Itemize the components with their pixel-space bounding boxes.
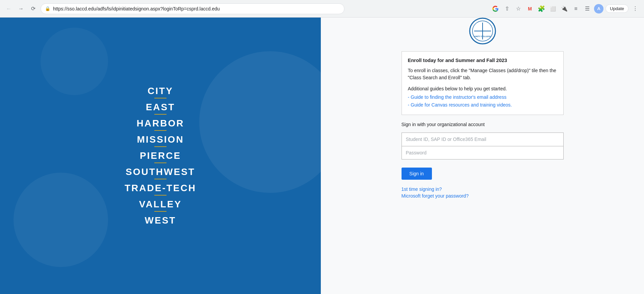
college-divider — [154, 179, 166, 179]
reload-button[interactable]: ⟳ — [28, 4, 38, 13]
forgot-password-link[interactable]: Microsoft forget your password? — [402, 193, 564, 199]
forward-button[interactable]: → — [16, 4, 26, 13]
extension-icon[interactable]: 🧩 — [537, 4, 546, 13]
page-content: CITY EAST HARBOR MISSION PIERCE SOUTHWES… — [0, 18, 644, 294]
sign-in-button[interactable]: Sign in — [402, 168, 432, 180]
bookmark-icon[interactable]: ☆ — [514, 4, 523, 13]
address-bar[interactable]: 🔒 https://sso.laccd.edu/adfs/ls/idpiniti… — [41, 3, 344, 14]
menu-icon[interactable]: ≡ — [571, 4, 581, 13]
username-input[interactable] — [402, 133, 564, 146]
login-form: Sign in — [402, 133, 564, 180]
college-east: EAST — [146, 102, 175, 115]
canvas-guide-link[interactable]: - Guide for Canvas resources and trainin… — [408, 101, 557, 109]
college-city: CITY — [148, 86, 173, 98]
college-divider — [154, 211, 166, 212]
sign-in-label: Sign in with your organizational account — [402, 122, 564, 127]
college-valley: VALLEY — [139, 199, 182, 212]
update-button[interactable]: Update — [606, 4, 628, 13]
college-divider — [154, 163, 166, 163]
bg-circle-3 — [41, 28, 108, 95]
logo-area: UNITY COLLEGE — [467, 18, 498, 45]
lock-icon: 🔒 — [45, 6, 50, 11]
back-button[interactable]: ← — [4, 4, 14, 13]
left-panel: CITY EAST HARBOR MISSION PIERCE SOUTHWES… — [0, 18, 321, 294]
more-menu-icon[interactable]: ⋮ — [630, 4, 640, 13]
college-logo: UNITY COLLEGE — [467, 18, 498, 45]
password-input[interactable] — [402, 146, 564, 159]
svg-text:UNITY COLLEGE: UNITY COLLEGE — [474, 35, 491, 37]
browser-actions: ⇧ ☆ M 🧩 ⬜ 🔌 ≡ ☰ A Update ⋮ — [491, 4, 640, 13]
url-text: https://sso.laccd.edu/adfs/ls/idpinitiat… — [53, 6, 340, 11]
extension2-icon[interactable]: ⬜ — [548, 4, 558, 13]
instructor-email-guide-link[interactable]: - Guide to finding the instructor's emai… — [408, 94, 557, 101]
college-southwest: SOUTHWEST — [126, 167, 195, 179]
college-harbor: HARBOR — [137, 118, 184, 131]
college-west: WEST — [145, 215, 176, 226]
info-box-title: Enroll today for and Summer and Fall 202… — [408, 57, 557, 64]
college-divider — [154, 146, 166, 147]
college-divider — [154, 130, 166, 131]
college-pierce: PIERCE — [140, 150, 181, 163]
sidebar-icon[interactable]: ☰ — [583, 4, 592, 13]
profile-avatar[interactable]: A — [594, 4, 603, 13]
gmail-icon[interactable]: M — [525, 4, 535, 13]
bg-circle-2 — [14, 173, 108, 267]
info-box-body: To enroll in classes, click the "Manage … — [408, 67, 557, 81]
info-box-guides-intro: Additional guides below to help you get … — [408, 85, 557, 92]
college-mission: MISSION — [137, 134, 184, 147]
college-tradetech: TRADE-TECH — [125, 183, 196, 196]
college-divider — [154, 98, 166, 98]
google-icon[interactable] — [491, 4, 500, 13]
college-divider — [154, 195, 166, 196]
share-icon[interactable]: ⇧ — [502, 4, 512, 13]
browser-chrome: ← → ⟳ 🔒 https://sso.laccd.edu/adfs/ls/id… — [0, 0, 644, 18]
info-box: Enroll today for and Summer and Fall 202… — [402, 51, 564, 115]
puzzle-icon[interactable]: 🔌 — [560, 4, 569, 13]
right-panel: UNITY COLLEGE Enroll today for and Summe… — [321, 18, 644, 294]
first-time-link[interactable]: 1st time signing in? — [402, 186, 564, 192]
help-links: 1st time signing in? Microsoft forget yo… — [402, 186, 564, 199]
bg-circle-1 — [199, 51, 321, 193]
college-divider — [154, 114, 166, 115]
colleges-list: CITY EAST HARBOR MISSION PIERCE SOUTHWES… — [125, 86, 196, 226]
